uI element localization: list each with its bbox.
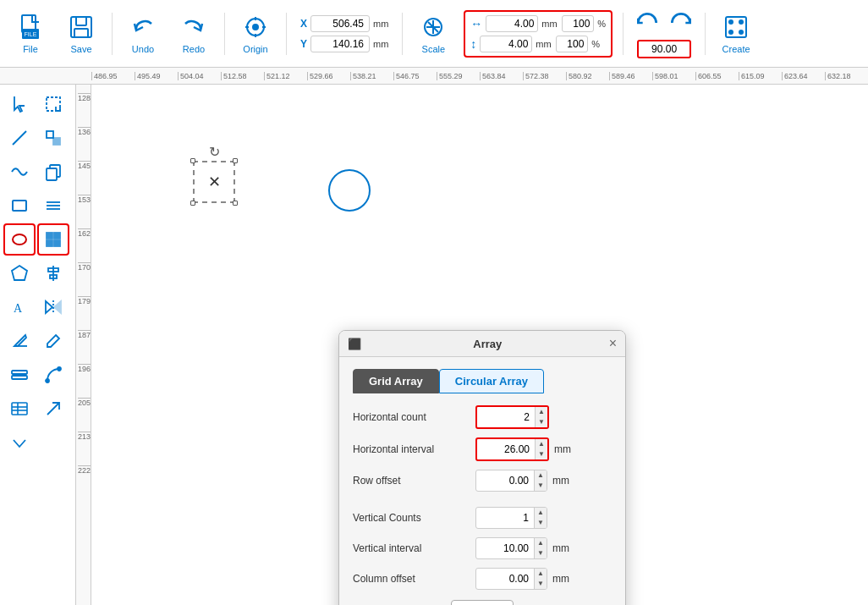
corner-handle-bl[interactable] bbox=[190, 201, 195, 206]
tab-row: Grid Array Circular Array bbox=[353, 369, 612, 393]
ruler-mark: 632.18 bbox=[825, 72, 868, 80]
file-label: File bbox=[23, 44, 38, 54]
ruler-mark: 589.46 bbox=[609, 72, 652, 80]
column-offset-down[interactable]: ▼ bbox=[535, 579, 547, 589]
more-tool[interactable] bbox=[3, 426, 36, 459]
horizontal-interval-up[interactable]: ▲ bbox=[536, 439, 547, 449]
create-button[interactable]: Create bbox=[712, 3, 760, 64]
circle-shape[interactable] bbox=[328, 169, 371, 212]
rectangle-tool[interactable] bbox=[3, 190, 36, 222]
svg-point-19 bbox=[728, 30, 733, 35]
vertical-interval-up[interactable]: ▲ bbox=[535, 538, 547, 548]
ok-button[interactable]: Ok bbox=[451, 600, 514, 605]
canvas-area[interactable]: 128.14 136.69 145.23 153.77 162.32 170.8… bbox=[76, 85, 868, 605]
vertical-counts-down[interactable]: ▼ bbox=[535, 518, 547, 528]
wave-tool[interactable] bbox=[3, 156, 36, 188]
horizontal-interval-input[interactable] bbox=[477, 441, 535, 458]
tab-circular-array[interactable]: Circular Array bbox=[439, 369, 544, 393]
origin-button[interactable]: Origin bbox=[232, 3, 279, 64]
horizontal-interval-label: Horizontal interval bbox=[353, 443, 475, 455]
vruler-mark: 153.77 bbox=[78, 195, 91, 204]
vertical-ruler: 128.14 136.69 145.23 153.77 162.32 170.8… bbox=[76, 85, 91, 605]
vertical-counts-row: Vertical Counts ▲ ▼ bbox=[353, 507, 612, 529]
horizontal-count-input[interactable] bbox=[477, 409, 535, 426]
column-offset-up[interactable]: ▲ bbox=[535, 569, 547, 579]
width-pct-input[interactable] bbox=[562, 15, 594, 32]
rotate-ccw-button[interactable] bbox=[634, 9, 661, 36]
ruler-mark: 495.49 bbox=[135, 72, 178, 80]
x-input[interactable] bbox=[310, 15, 370, 32]
origin-label: Origin bbox=[243, 44, 267, 54]
y-input[interactable] bbox=[310, 36, 370, 52]
row-offset-row: Row offset ▲ ▼ mm bbox=[353, 470, 612, 492]
shape-tool[interactable] bbox=[37, 122, 69, 154]
width-unit: mm bbox=[541, 19, 558, 29]
svg-rect-5 bbox=[74, 29, 88, 37]
dialog-title: Array bbox=[473, 338, 502, 350]
horizontal-count-up[interactable]: ▲ bbox=[536, 407, 547, 417]
scale-button[interactable]: Scale bbox=[409, 3, 457, 64]
rotation-handle[interactable]: ↻ bbox=[209, 144, 220, 160]
line-tool[interactable] bbox=[3, 122, 36, 154]
layers-tool[interactable] bbox=[37, 190, 69, 222]
corner-handle-tr[interactable] bbox=[233, 158, 238, 163]
horizontal-interval-unit: mm bbox=[554, 443, 571, 455]
svg-point-18 bbox=[739, 19, 744, 25]
save-button[interactable]: Save bbox=[58, 3, 105, 64]
text-tool[interactable]: A bbox=[3, 291, 36, 323]
svg-rect-46 bbox=[12, 376, 27, 379]
row-offset-down[interactable]: ▼ bbox=[535, 481, 547, 491]
file-button[interactable]: FILE File bbox=[7, 3, 54, 64]
polygon-tool[interactable] bbox=[3, 257, 36, 289]
arrow-tool[interactable] bbox=[37, 393, 69, 425]
row-offset-input[interactable] bbox=[476, 472, 534, 489]
column-offset-input[interactable] bbox=[476, 570, 534, 587]
ellipse-tool[interactable] bbox=[3, 223, 36, 256]
edit-tool[interactable] bbox=[37, 325, 69, 357]
eraser-tool[interactable] bbox=[3, 325, 36, 357]
undo-button[interactable]: Undo bbox=[119, 3, 167, 64]
vruler-mark: 205.03 bbox=[78, 398, 91, 407]
vertical-interval-down[interactable]: ▼ bbox=[535, 548, 547, 558]
redo-button[interactable]: Redo bbox=[170, 3, 217, 64]
corner-handle-br[interactable] bbox=[233, 201, 238, 206]
canvas-wrapper: 128.14 136.69 145.23 153.77 162.32 170.8… bbox=[76, 85, 868, 605]
form-spacer bbox=[353, 500, 612, 507]
table-tool[interactable] bbox=[3, 393, 36, 425]
rect-select-tool[interactable] bbox=[37, 88, 69, 120]
align-tool[interactable] bbox=[37, 257, 69, 289]
vertical-interval-input[interactable] bbox=[476, 540, 534, 557]
divider-1 bbox=[112, 13, 113, 55]
corner-handle-tl[interactable] bbox=[190, 158, 195, 163]
grid-shape[interactable]: ↻ ✕ bbox=[193, 161, 235, 203]
width-input[interactable] bbox=[486, 15, 538, 32]
horizontal-count-down[interactable]: ▼ bbox=[536, 417, 547, 427]
svg-rect-4 bbox=[76, 17, 86, 25]
grid-array-tool[interactable] bbox=[37, 223, 69, 256]
rotation-input[interactable] bbox=[637, 40, 691, 58]
dialog-close-button[interactable]: × bbox=[609, 336, 617, 351]
horizontal-interval-down[interactable]: ▼ bbox=[536, 449, 547, 459]
layers2-tool[interactable] bbox=[3, 359, 36, 391]
path-tool[interactable] bbox=[37, 359, 69, 391]
vertical-counts-up[interactable]: ▲ bbox=[535, 508, 547, 518]
height-input[interactable] bbox=[480, 36, 532, 52]
dialog-body: Grid Array Circular Array Horizontal cou… bbox=[339, 357, 625, 605]
select-tool[interactable] bbox=[3, 88, 36, 120]
mirror-tool[interactable] bbox=[37, 291, 69, 323]
x-unit: mm bbox=[373, 19, 388, 29]
height-pct-input[interactable] bbox=[556, 36, 588, 52]
vruler-mark: 187.95 bbox=[78, 330, 91, 339]
ruler-mark: 521.12 bbox=[264, 72, 307, 80]
height-icon: ↕ bbox=[470, 37, 476, 51]
row-offset-spinner: ▲ ▼ bbox=[534, 470, 547, 491]
copy-tool[interactable] bbox=[37, 156, 69, 188]
size-group: ↔ mm % ↕ mm % bbox=[464, 10, 613, 58]
tab-grid-array[interactable]: Grid Array bbox=[353, 369, 439, 393]
scale-label: Scale bbox=[422, 44, 446, 54]
rotate-cw-button[interactable] bbox=[667, 9, 695, 36]
ruler-mark: 563.84 bbox=[480, 72, 523, 80]
vertical-counts-input[interactable] bbox=[476, 509, 534, 526]
dialog-title-icon: ⬛ bbox=[348, 338, 361, 350]
row-offset-up[interactable]: ▲ bbox=[535, 470, 547, 481]
